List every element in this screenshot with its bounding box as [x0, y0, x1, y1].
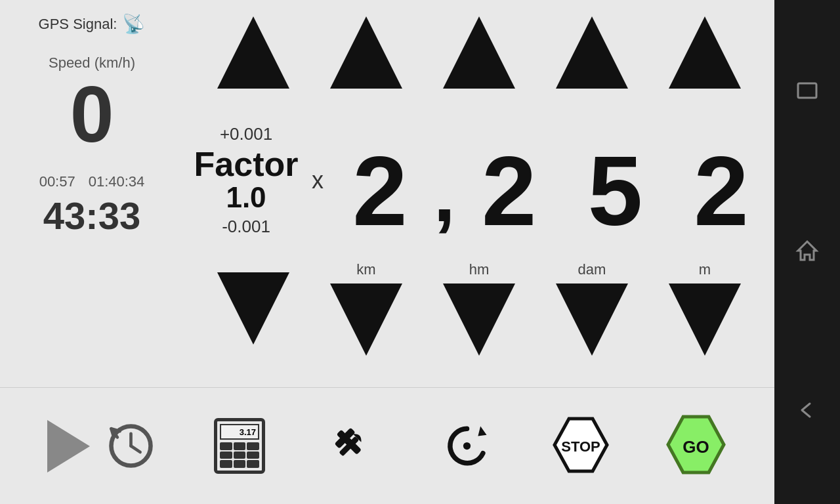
calculator-button[interactable]: 3.17 — [210, 417, 269, 476]
m-up-arrow[interactable] — [669, 16, 741, 89]
dam-up-arrow[interactable] — [556, 16, 628, 89]
down-arrows-row: km hm dam m — [184, 256, 774, 361]
control-panel: +0.001 Factor 1.0 -0.001 x 2 , 2 — [184, 0, 774, 387]
dam-unit-below: dam — [578, 261, 606, 278]
timer2: 01:40:34 — [89, 173, 145, 190]
factor-down-arrow[interactable] — [217, 272, 289, 345]
speed-label: Speed (km/h) — [49, 54, 135, 72]
tools-button[interactable] — [324, 417, 383, 476]
hm-digit-col: 2 — [457, 121, 562, 240]
factor-value: 1.0 — [226, 181, 266, 214]
play-history-area — [47, 420, 156, 472]
km-up-arrow[interactable] — [330, 16, 402, 89]
calc-screen: 3.17 — [220, 424, 259, 440]
m-unit-below: m — [699, 261, 711, 278]
left-panel: GPS Signal: 📡 Speed (km/h) 0 00:57 01:40… — [0, 0, 184, 387]
dam-digit-col: 5 — [562, 121, 667, 240]
factor-up-arrow[interactable] — [217, 16, 289, 89]
bottom-toolbar: 3.17 — [0, 387, 774, 504]
main-area: GPS Signal: 📡 Speed (km/h) 0 00:57 01:40… — [0, 0, 774, 504]
km-digit: 2 — [352, 142, 407, 240]
svg-marker-12 — [798, 242, 816, 260]
calc-buttons — [220, 442, 259, 468]
dam-digit: 5 — [588, 142, 642, 240]
time-row: 00:57 01:40:34 — [39, 173, 145, 190]
m-digit: 2 — [694, 142, 748, 240]
calculator-icon: 3.17 — [214, 418, 265, 474]
reset-button[interactable] — [438, 417, 497, 476]
multiplier-symbol: x — [312, 167, 324, 194]
factor-label: Factor — [194, 147, 299, 181]
digits-row: 2 , 2 5 2 — [327, 121, 774, 240]
svg-text:STOP: STOP — [561, 438, 600, 455]
hm-unit-below: hm — [469, 261, 490, 278]
svg-marker-5 — [478, 427, 487, 436]
android-nav-bar — [774, 0, 840, 504]
factor-decrement: -0.001 — [222, 217, 270, 237]
gps-signal: GPS Signal: 📡 — [39, 13, 146, 35]
play-button[interactable] — [47, 420, 90, 472]
factor-column: +0.001 Factor 1.0 -0.001 — [184, 124, 308, 237]
digit-separator: , — [434, 128, 455, 233]
gps-icon: 📡 — [122, 13, 145, 35]
gps-label: GPS Signal: — [39, 16, 117, 33]
go-button[interactable]: GO — [665, 413, 727, 478]
nav-home-button[interactable] — [795, 239, 819, 265]
km-digit-col: 2 — [327, 121, 432, 240]
nav-recent-button[interactable] — [795, 79, 819, 106]
hm-up-arrow[interactable] — [443, 16, 515, 89]
timer1: 00:57 — [39, 173, 75, 190]
hm-down-arrow[interactable] — [443, 284, 515, 356]
elapsed-time: 43:33 — [43, 194, 140, 238]
speed-value: 0 — [70, 75, 114, 154]
m-digit-col: 2 — [669, 121, 774, 240]
go-icon: GO — [665, 413, 727, 476]
svg-rect-11 — [798, 83, 816, 98]
stop-button[interactable]: STOP — [551, 415, 610, 477]
middle-section: +0.001 Factor 1.0 -0.001 x 2 , 2 — [184, 105, 774, 256]
dam-down-arrow[interactable] — [556, 284, 628, 356]
stop-icon: STOP — [551, 415, 610, 474]
nav-back-button[interactable] — [795, 398, 819, 425]
svg-point-6 — [463, 442, 471, 450]
history-button[interactable] — [106, 421, 156, 471]
hm-digit: 2 — [482, 142, 536, 240]
factor-increment: +0.001 — [220, 124, 272, 144]
svg-text:GO: GO — [683, 437, 709, 457]
reset-icon — [442, 421, 492, 471]
tools-icon — [330, 423, 376, 469]
km-unit-below: km — [356, 261, 375, 278]
km-down-arrow[interactable] — [330, 284, 402, 356]
up-arrows-row — [184, 0, 774, 105]
m-down-arrow[interactable] — [669, 284, 741, 356]
